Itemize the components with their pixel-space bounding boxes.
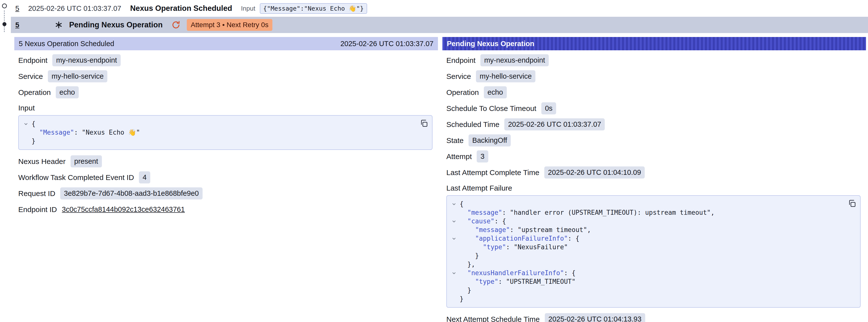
field-row-scheduled-time: Scheduled Time 2025-02-26 UTC 01:03:37.0… <box>446 118 864 130</box>
json-line: "message": "handler error (UPSTREAM_TIME… <box>448 208 843 217</box>
json-code-text: "type": "NexusFailure" <box>460 243 568 252</box>
event-row-nexus-operation-scheduled[interactable]: 5 2025-02-26 UTC 01:03:37.07 Nexus Opera… <box>0 0 868 17</box>
field-row-endpoint-id: Endpoint ID 3c0c75ccfa8144b092c13ce63246… <box>18 203 435 216</box>
pending-panel-title: Pending Nexus Operation <box>447 40 534 48</box>
collapse-chevron-icon[interactable] <box>448 200 460 208</box>
json-code-text: }, <box>460 260 475 269</box>
field-label: Scheduled Time <box>446 120 499 129</box>
json-code-text: "nexusHandlerFailureInfo": { <box>460 269 576 278</box>
json-line: { <box>448 200 843 208</box>
json-code-text: { <box>460 200 464 208</box>
field-label: Service <box>18 72 43 80</box>
field-row-attempt: Attempt 3 <box>446 151 864 162</box>
collapse-chevron-icon <box>448 208 460 217</box>
json-code-text: "message": "upstream timeout", <box>460 226 591 234</box>
copy-icon[interactable] <box>419 119 429 128</box>
field-label: Next Attempt Schedule Time <box>446 315 540 322</box>
timeline-dashed-connector <box>4 10 5 32</box>
event-title: Pending Nexus Operation <box>69 21 163 29</box>
json-code-text: "message": "handler error (UPSTREAM_TIME… <box>460 208 715 217</box>
json-line: { <box>20 120 415 128</box>
field-row-last-attempt-complete-time: Last Attempt Complete Time 2025-02-26 UT… <box>446 166 864 179</box>
json-code-text: "cause": { <box>460 217 506 226</box>
timeline-open-circle-icon <box>2 3 7 8</box>
json-line: "type": "UPSTREAM_TIMEOUT" <box>448 278 843 286</box>
field-row-endpoint: Endpoint my-nexus-endpoint <box>446 54 864 66</box>
event-id-link[interactable]: 5 <box>15 21 19 29</box>
field-row-service: Service my-hello-service <box>18 70 435 82</box>
field-row-state: State BackingOff <box>446 134 864 147</box>
event-title: Nexus Operation Scheduled <box>130 4 232 13</box>
json-line: } <box>20 137 415 146</box>
endpoint-id-link[interactable]: 3c0c75ccfa8144b092c13ce632463761 <box>62 205 185 214</box>
json-code-text: } <box>460 286 471 295</box>
next-attempt-schedule-time-badge: 2025-02-26 UTC 01:04:13.93 <box>545 313 645 322</box>
field-row-endpoint: Endpoint my-nexus-endpoint <box>18 54 435 66</box>
json-code-text: { <box>32 120 35 128</box>
field-label: Request ID <box>18 189 55 198</box>
collapse-chevron-icon <box>20 128 32 137</box>
failure-json-viewer: { "message": "handler error (UPSTREAM_TI… <box>446 195 861 308</box>
scheduled-time-badge: 2025-02-26 UTC 01:03:37.07 <box>504 118 605 130</box>
input-mini-label: Input <box>241 5 255 12</box>
field-label: State <box>446 136 464 145</box>
json-line: } <box>448 286 843 295</box>
collapse-chevron-icon <box>448 295 460 303</box>
field-label: Schedule To Close Timeout <box>446 104 536 113</box>
service-badge: my-hello-service <box>48 70 107 82</box>
operation-badge: echo <box>484 86 507 98</box>
request-id-badge: 3e829b7e-7d67-4b08-aad3-b1e868bfe9e0 <box>60 187 203 199</box>
collapse-chevron-icon[interactable] <box>448 234 460 243</box>
pending-panel-header: Pending Nexus Operation <box>442 37 866 50</box>
json-code-text: "applicationFailureInfo": { <box>460 234 579 243</box>
json-line: "cause": { <box>448 217 843 226</box>
operation-badge: echo <box>56 86 79 98</box>
json-code-text: "Message": "Nexus Echo 👋" <box>32 128 140 137</box>
json-line: "applicationFailureInfo": { <box>448 234 843 243</box>
last-attempt-complete-time-badge: 2025-02-26 UTC 01:04:10.09 <box>544 166 645 179</box>
json-line: "Message": "Nexus Echo 👋" <box>20 128 415 137</box>
service-badge: my-hello-service <box>476 70 535 82</box>
json-code-text: "type": "UPSTREAM_TIMEOUT" <box>460 278 576 286</box>
field-label: Endpoint ID <box>18 205 57 214</box>
collapse-chevron-icon <box>448 286 460 295</box>
input-json-viewer: { "Message": "Nexus Echo 👋"} <box>18 115 433 150</box>
field-label: Last Attempt Complete Time <box>446 168 539 177</box>
json-line: "type": "NexusFailure" <box>448 243 843 252</box>
retry-icon <box>172 21 180 29</box>
json-code-text: } <box>460 295 464 303</box>
collapse-chevron-icon <box>448 278 460 286</box>
event-detail-panels: 5 Nexus Operation Scheduled 2025-02-26 U… <box>0 37 868 322</box>
field-row-workflow-task-completed-event-id: Workflow Task Completed Event ID 4 <box>18 171 435 184</box>
json-line: } <box>448 295 843 303</box>
collapse-chevron-icon <box>20 137 32 146</box>
field-row-next-attempt-schedule-time: Next Attempt Schedule Time 2025-02-26 UT… <box>446 313 864 322</box>
copy-icon[interactable] <box>847 199 857 208</box>
nexus-header-badge: present <box>70 155 102 167</box>
collapse-chevron-icon <box>448 252 460 260</box>
json-line: "message": "upstream timeout", <box>448 226 843 234</box>
collapse-chevron-icon[interactable] <box>20 120 32 128</box>
collapse-chevron-icon[interactable] <box>448 217 460 226</box>
attempt-badge: 3 <box>477 151 488 162</box>
field-row-nexus-header: Nexus Header present <box>18 155 435 167</box>
input-preview-chip: {"Message":"Nexus Echo 👋"} <box>260 3 367 14</box>
field-label: Endpoint <box>18 56 48 65</box>
scheduled-event-panel: 5 Nexus Operation Scheduled 2025-02-26 U… <box>14 37 438 322</box>
json-line: "nexusHandlerFailureInfo": { <box>448 269 843 278</box>
event-timestamp: 2025-02-26 UTC 01:03:37.07 <box>28 4 121 12</box>
field-label: Service <box>446 72 471 80</box>
field-label: Attempt <box>446 152 472 161</box>
attempt-retry-badge: Attempt 3 • Next Retry 0s <box>187 19 272 31</box>
endpoint-badge: my-nexus-endpoint <box>52 54 121 66</box>
input-section-label: Input <box>18 104 435 112</box>
event-row-pending-nexus-operation[interactable]: 5 Pending Nexus Operation Attempt 3 • Ne… <box>11 17 868 33</box>
field-row-operation: Operation echo <box>18 86 435 98</box>
collapse-chevron-icon[interactable] <box>448 269 460 278</box>
event-id-link[interactable]: 5 <box>15 4 19 12</box>
json-line: }, <box>448 260 843 269</box>
endpoint-badge: my-nexus-endpoint <box>480 54 549 66</box>
scheduled-panel-title: 5 Nexus Operation Scheduled <box>19 40 114 48</box>
field-row-service: Service my-hello-service <box>446 70 864 82</box>
scheduled-panel-timestamp: 2025-02-26 UTC 01:03:37.07 <box>340 40 434 48</box>
